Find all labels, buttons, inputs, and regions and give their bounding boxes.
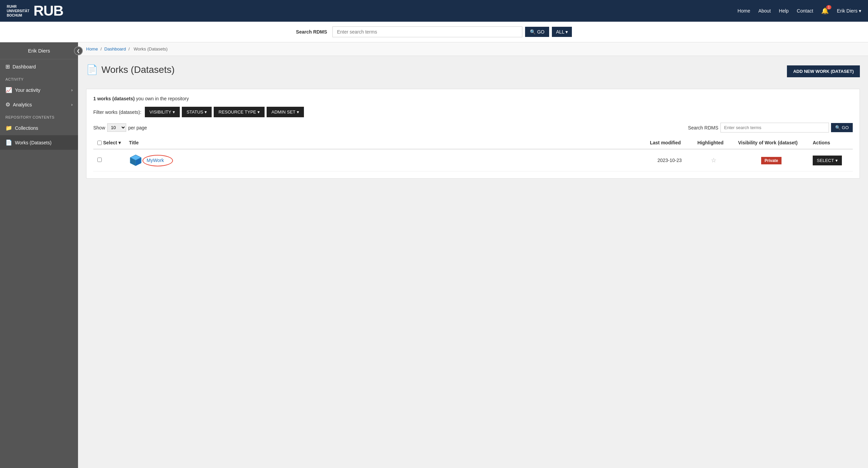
- table-search-go-button[interactable]: 🔍 GO: [831, 123, 853, 132]
- table-search-label: Search RDMS: [688, 125, 718, 130]
- nav-help[interactable]: Help: [779, 8, 789, 14]
- works-count-number: 1 works (datasets): [93, 96, 135, 101]
- filter-resource-type-button[interactable]: RESOURCE TYPE ▾: [214, 107, 265, 117]
- sidebar: Erik Diers ❮ ⊞ Dashboard ACTIVITY 📈 Your…: [0, 42, 78, 468]
- sidebar-activity-label: Your activity: [15, 87, 40, 93]
- main-layout: Erik Diers ❮ ⊞ Dashboard ACTIVITY 📈 Your…: [0, 42, 868, 468]
- analytics-arrow-icon: ›: [71, 102, 73, 107]
- works-table: Select ▾ Title Last modified Highlighted…: [93, 137, 853, 171]
- resource-type-dropdown-icon: ▾: [257, 109, 260, 115]
- user-menu[interactable]: Erik Diers ▾: [837, 8, 861, 14]
- th-highlighted: Highlighted: [693, 137, 734, 149]
- logo-text: RUHR UNIVERSITÄT BOCHUM: [7, 4, 30, 18]
- status-dropdown-icon: ▾: [205, 109, 207, 115]
- table-controls: Show 10 20 50 100 per page Search RDMS: [93, 123, 853, 133]
- notification-bell[interactable]: 🔔 1: [821, 7, 829, 15]
- breadcrumb-sep1: /: [100, 46, 103, 52]
- breadcrumb-dashboard[interactable]: Dashboard: [104, 46, 126, 52]
- search-icon: 🔍: [530, 29, 536, 35]
- sidebar-user-name: Erik Diers: [0, 42, 78, 59]
- nav-about[interactable]: About: [758, 8, 771, 14]
- th-select: Select ▾: [93, 137, 125, 149]
- row-title-cell: MyWork: [125, 149, 646, 171]
- breadcrumb-home[interactable]: Home: [86, 46, 98, 52]
- table-search-area: Search RDMS 🔍 GO: [688, 123, 853, 133]
- row-last-modified-cell: 2023-10-23: [646, 149, 693, 171]
- visibility-dropdown-icon: ▾: [173, 109, 175, 115]
- sidebar-item-dashboard[interactable]: ⊞ Dashboard: [0, 59, 78, 74]
- table-header-row: Select ▾ Title Last modified Highlighted…: [93, 137, 853, 149]
- user-name: Erik Diers: [837, 8, 857, 14]
- select-dropdown-icon: ▾: [118, 140, 121, 145]
- th-title: Title: [125, 137, 646, 149]
- sidebar-item-collections[interactable]: 📁 Collections: [0, 121, 78, 135]
- select-all-checkbox[interactable]: [97, 141, 102, 145]
- sidebar-item-works-datasets[interactable]: 📄 Works (Datasets): [0, 135, 78, 150]
- row-checkbox[interactable]: [97, 158, 102, 162]
- dataset-title-link[interactable]: MyWork: [147, 158, 164, 163]
- filter-row: Filter works (datasets): VISIBILITY ▾ ST…: [93, 107, 853, 117]
- add-new-work-button[interactable]: ADD NEW WORK (DATASET): [787, 65, 860, 77]
- breadcrumb-sep2: /: [129, 46, 131, 52]
- activity-arrow-icon: ›: [71, 88, 73, 93]
- filter-status-button[interactable]: STATUS ▾: [182, 107, 212, 117]
- page-title-icon: 📄: [86, 64, 98, 75]
- logo-area: RUHR UNIVERSITÄT BOCHUM RUB: [7, 3, 63, 19]
- breadcrumb-current: Works (Datasets): [134, 46, 168, 52]
- table-search-input[interactable]: [720, 123, 829, 133]
- dashboard-icon: ⊞: [5, 63, 10, 70]
- visibility-badge: Private: [761, 157, 782, 164]
- content-area: 📄 Works (Datasets) ADD NEW WORK (DATASET…: [78, 56, 868, 187]
- main-content: Home / Dashboard / Works (Datasets) 📄 Wo…: [78, 42, 868, 468]
- sidebar-repository-section: REPOSITORY CONTENTS: [0, 112, 78, 121]
- table-search-icon: 🔍: [835, 125, 841, 130]
- admin-set-dropdown-icon: ▾: [297, 109, 299, 115]
- filter-admin-set-button[interactable]: ADMIN SET ▾: [267, 107, 304, 117]
- page-title: Works (Datasets): [101, 64, 175, 75]
- dataset-title-area: MyWork: [129, 154, 642, 167]
- works-icon: 📄: [5, 139, 12, 146]
- collections-icon: 📁: [5, 125, 12, 131]
- dropdown-arrow-icon: ▾: [565, 29, 568, 35]
- mywork-title-wrap: MyWork: [147, 158, 164, 163]
- sidebar-toggle-button[interactable]: ❮: [74, 46, 83, 55]
- sidebar-item-your-activity[interactable]: 📈 Your activity ›: [0, 83, 78, 97]
- row-select-action-button[interactable]: SELECT ▾: [813, 156, 842, 165]
- works-count-suffix: you own in the repository: [136, 96, 189, 101]
- global-search-input[interactable]: [332, 26, 522, 37]
- university-name: RUHR UNIVERSITÄT BOCHUM: [7, 4, 30, 18]
- per-page-label: per page: [128, 125, 147, 130]
- row-highlighted-cell: ☆: [693, 149, 734, 171]
- activity-icon: 📈: [5, 87, 12, 93]
- row-checkbox-cell: [93, 149, 125, 171]
- show-label: Show: [93, 125, 105, 130]
- works-panel: 1 works (datasets) you own in the reposi…: [86, 89, 860, 179]
- row-visibility-cell: Private: [734, 149, 809, 171]
- search-rdms-label: Search RDMS: [296, 29, 327, 35]
- table-row: MyWork 2023-10-23 ☆ Private: [93, 149, 853, 171]
- top-nav-links: Home About Help Contact 🔔 1 Erik Diers ▾: [737, 7, 861, 15]
- analytics-icon: ⚙: [5, 101, 10, 108]
- th-visibility: Visibility of Work (dataset): [734, 137, 809, 149]
- th-select-label: Select: [103, 140, 117, 145]
- nav-contact[interactable]: Contact: [797, 8, 813, 14]
- filter-label: Filter works (datasets):: [93, 109, 141, 115]
- highlight-star-icon[interactable]: ☆: [711, 157, 716, 164]
- nav-home[interactable]: Home: [737, 8, 750, 14]
- page-title-row: 📄 Works (Datasets): [86, 64, 175, 75]
- select-action-dropdown-icon: ▾: [835, 158, 838, 163]
- user-dropdown-icon: ▾: [859, 8, 861, 14]
- sidebar-item-analytics[interactable]: ⚙ Analytics ›: [0, 97, 78, 112]
- sidebar-analytics-label: Analytics: [13, 102, 32, 107]
- sidebar-activity-section: ACTIVITY: [0, 74, 78, 83]
- notification-count: 1: [826, 5, 832, 9]
- search-all-dropdown-button[interactable]: ALL ▾: [552, 27, 572, 37]
- dataset-cube-icon: [129, 154, 142, 167]
- show-per-page-control: Show 10 20 50 100 per page: [93, 123, 147, 132]
- th-last-modified: Last modified: [646, 137, 693, 149]
- sidebar-collections-label: Collections: [15, 125, 38, 131]
- global-search-go-button[interactable]: 🔍 GO: [525, 27, 549, 37]
- breadcrumb: Home / Dashboard / Works (Datasets): [78, 42, 868, 56]
- filter-visibility-button[interactable]: VISIBILITY ▾: [145, 107, 180, 117]
- per-page-select[interactable]: 10 20 50 100: [107, 123, 126, 132]
